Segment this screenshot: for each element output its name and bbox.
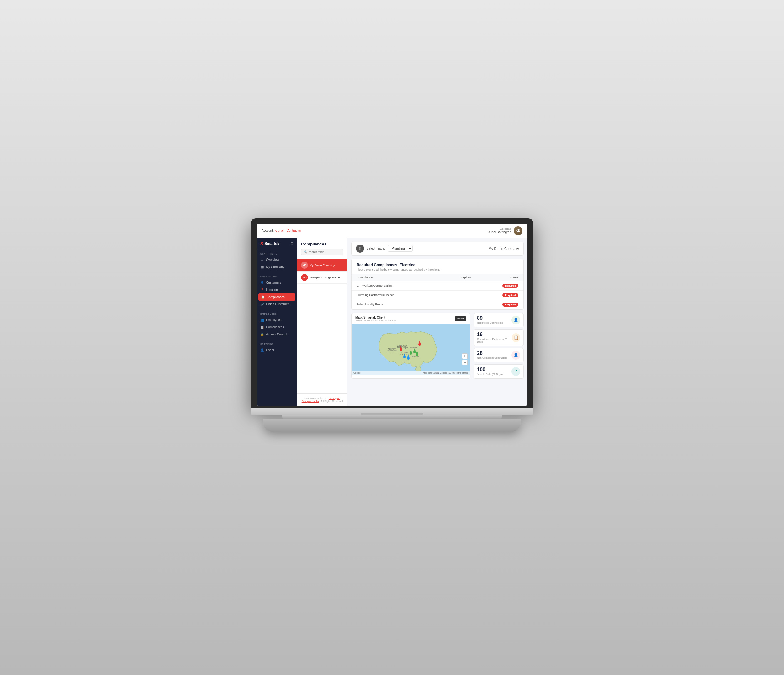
compliance-expires: [439, 290, 476, 300]
table-row: Plumbing Contractors Licence Required: [352, 290, 523, 300]
search-input[interactable]: [309, 250, 341, 254]
customer-item-1[interactable]: WC Westpac Change Name: [297, 272, 347, 284]
map-reset-button[interactable]: Reset: [455, 316, 466, 321]
left-panel-header: Compliances 🔍: [297, 238, 347, 259]
sidebar-item-link-customer-label: Link a Customer: [266, 303, 289, 306]
select-trade-bar: ⚙ Select Trade: Plumbing Electrical HVAC…: [351, 242, 524, 255]
sidebar-item-my-company-label: My Company: [266, 265, 285, 269]
sidebar-item-compliances[interactable]: 📋 Compliances: [258, 294, 296, 301]
customers-section-label: CUSTOMERS: [257, 274, 297, 279]
sidebar-section-settings: SETTINGS 👤 Users: [257, 339, 297, 355]
sidebar-item-employees[interactable]: 👥 Employees: [257, 316, 297, 324]
search-icon: 🔍: [304, 250, 307, 254]
stat-card-2: 28 Non Compliant Contractors 👤: [473, 348, 524, 362]
welcome-text: Welcome: [487, 227, 511, 230]
employees-icon: 👥: [260, 318, 264, 322]
sidebar-item-locations[interactable]: 📍 Locations: [257, 286, 297, 294]
stat-info-0: 89 Registered Contractors: [477, 316, 503, 324]
compliance-name: Plumbing Contractors Licence: [352, 290, 439, 300]
account-prefix: Account:: [261, 229, 274, 232]
compliance-status: Required: [476, 300, 523, 309]
trade-select[interactable]: Plumbing Electrical HVAC General: [387, 245, 413, 252]
link-icon: 🔗: [260, 303, 264, 306]
customers-icon: 👤: [260, 281, 264, 285]
compliance-title: Required Compliances: Electrical: [356, 263, 518, 267]
map-card: Map: Smartek Client Seeing all Locations…: [351, 313, 470, 379]
sidebar-section-employees: EMPLOYEES 👥 Employees 📋 Compliances 🔒: [257, 309, 297, 339]
customer-avatar-0: MD: [301, 262, 308, 269]
sidebar-item-my-company[interactable]: ▦ My Company: [257, 263, 297, 271]
compliance-name: 07 - Workers Compensation: [352, 281, 439, 290]
stats-panel: 89 Registered Contractors 👤 16 Complianc…: [473, 313, 524, 379]
left-panel: Compliances 🔍 MD My Demo Company: [297, 238, 347, 406]
stat-icon-3: ✓: [512, 367, 520, 376]
company-icon: ▦: [260, 265, 264, 269]
svg-text:WESTERN: WESTERN: [387, 348, 397, 350]
map-zoom-out[interactable]: −: [462, 359, 468, 365]
left-panel-title: Compliances: [301, 242, 344, 246]
svg-text:AUSTRALIA: AUSTRALIA: [400, 354, 409, 356]
map-container: NORTHERN TERRITORY WESTERN AUSTRALIA QUE…: [352, 325, 470, 375]
select-trade-left: ⚙ Select Trade: Plumbing Electrical HVAC…: [356, 244, 413, 253]
stat-info-2: 28 Non Compliant Contractors: [477, 351, 507, 359]
compliance-status: Required: [476, 290, 523, 300]
map-google-logo: Google: [353, 372, 361, 374]
sidebar-section-start: START HERE ⌂ Overview ▦ My Company: [257, 249, 297, 272]
stat-number-0: 89: [477, 316, 503, 321]
sidebar-section-customers: CUSTOMERS 👤 Customers 📍 Locations 📋: [257, 272, 297, 309]
compliance-table: Compliance Expires Status 07 - Workers C…: [352, 274, 523, 310]
sidebar-item-overview[interactable]: ⌂ Overview: [257, 256, 297, 263]
sidebar-item-access-control[interactable]: 🔒 Access Control: [257, 331, 297, 338]
start-here-label: START HERE: [257, 252, 297, 256]
compliance-expires: [439, 281, 476, 290]
access-icon: 🔒: [260, 333, 264, 336]
stat-icon-2: 👤: [512, 351, 520, 359]
sidebar-item-locations-label: Locations: [266, 288, 279, 292]
stat-icon-0: 👤: [512, 316, 520, 325]
compliance-card: Required Compliances: Electrical Please …: [351, 259, 524, 310]
sidebar-item-users-label: Users: [266, 348, 274, 352]
sidebar-item-employee-compliances[interactable]: 📋 Compliances: [257, 324, 297, 331]
stat-info-1: 16 Compliances Expiring in 30 Days: [477, 332, 512, 343]
search-box[interactable]: 🔍: [301, 249, 344, 255]
compliance-subtitle: Please provide all the below compliances…: [356, 268, 518, 271]
settings-icon[interactable]: ⚙: [290, 241, 294, 246]
map-subtitle: Seeing all Locations and Contractors: [355, 319, 397, 322]
sidebar-item-users[interactable]: 👤 Users: [257, 347, 297, 354]
col-status: Status: [476, 274, 523, 281]
map-terms: Map data ©2021 Google 500 km Terms of Us…: [423, 372, 468, 374]
sidebar-item-customers-label: Customers: [266, 281, 281, 285]
stat-icon-1: 📋: [512, 333, 520, 342]
svg-text:Australia: Australia: [412, 356, 420, 358]
sidebar: S Smartek ⚙ START HERE ⌂ Overview ▦: [257, 238, 297, 406]
table-row: 07 - Workers Compensation Required: [352, 281, 523, 290]
stat-card-1: 16 Compliances Expiring in 30 Days 📋: [473, 329, 524, 346]
customer-item-0[interactable]: MD My Demo Company: [297, 259, 347, 272]
user-name: Krunal Barrington: [487, 230, 511, 234]
stat-label-1: Compliances Expiring in 30 Days: [477, 338, 512, 343]
sidebar-logo: S Smartek ⚙: [257, 238, 297, 249]
col-expires: Expires: [439, 274, 476, 281]
map-zoom-in[interactable]: +: [462, 353, 468, 359]
customer-list: MD My Demo Company WC Westpac Change Nam…: [297, 259, 347, 393]
svg-text:SOUTH: SOUTH: [401, 352, 408, 354]
home-icon: ⌂: [260, 258, 264, 261]
app-name: Smartek: [264, 241, 279, 246]
content-area: Compliances 🔍 MD My Demo Company: [297, 238, 527, 406]
customer-name-1: Westpac Change Name: [310, 276, 340, 279]
sidebar-item-customers[interactable]: 👤 Customers: [257, 279, 297, 286]
employees-section-label: EMPLOYEES: [257, 312, 297, 316]
stat-number-2: 28: [477, 351, 507, 356]
sidebar-item-link-customer[interactable]: 🔗 Link a Customer: [257, 301, 297, 308]
svg-text:NORTHERN: NORTHERN: [397, 344, 407, 346]
emp-compliances-icon: 📋: [260, 325, 264, 329]
main-content: ⚙ Select Trade: Plumbing Electrical HVAC…: [347, 238, 527, 406]
avatar[interactable]: KB: [514, 226, 523, 235]
map-controls: + −: [462, 353, 468, 365]
stat-info-3: 100 Jobs to Date (30 Days): [477, 367, 503, 376]
sidebar-item-employees-label: Employees: [266, 318, 281, 322]
compliances-icon: 📋: [261, 296, 265, 299]
stat-card-0: 89 Registered Contractors 👤: [473, 313, 524, 327]
svg-point-1: [415, 367, 421, 371]
account-link[interactable]: Krunal - Contractor: [275, 229, 301, 232]
